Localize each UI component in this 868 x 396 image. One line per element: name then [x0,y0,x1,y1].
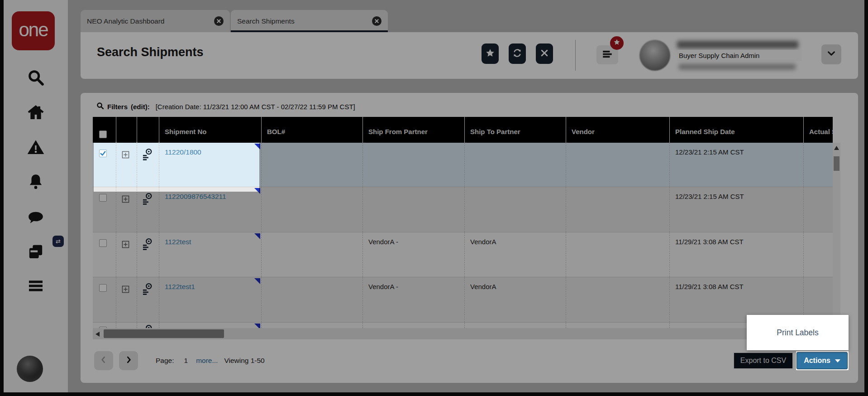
caret-down-icon [835,359,840,362]
app-window: one ⇄ NEO Analytic Dashboard Search Ship… [0,0,868,396]
expand-icon[interactable] [122,151,129,160]
menu-item-print-labels[interactable]: Print Labels [777,328,818,338]
milestones-icon[interactable] [143,148,153,162]
dim-overlay-bottom-right [849,351,868,370]
dim-overlay-bottom [0,370,868,396]
actions-menu: Print Labels [747,315,849,350]
row-checkbox-checked[interactable] [99,150,107,157]
dim-overlay-right [259,142,868,192]
dim-overlay-top [0,0,868,142]
dim-overlay-bottom-left [0,351,796,370]
actions-label: Actions [804,357,830,365]
dim-overlay-middle [0,192,868,351]
actions-button[interactable]: Actions [796,352,848,369]
dim-overlay-left [0,142,94,192]
shipment-link[interactable]: 11220/1800 [165,148,201,156]
